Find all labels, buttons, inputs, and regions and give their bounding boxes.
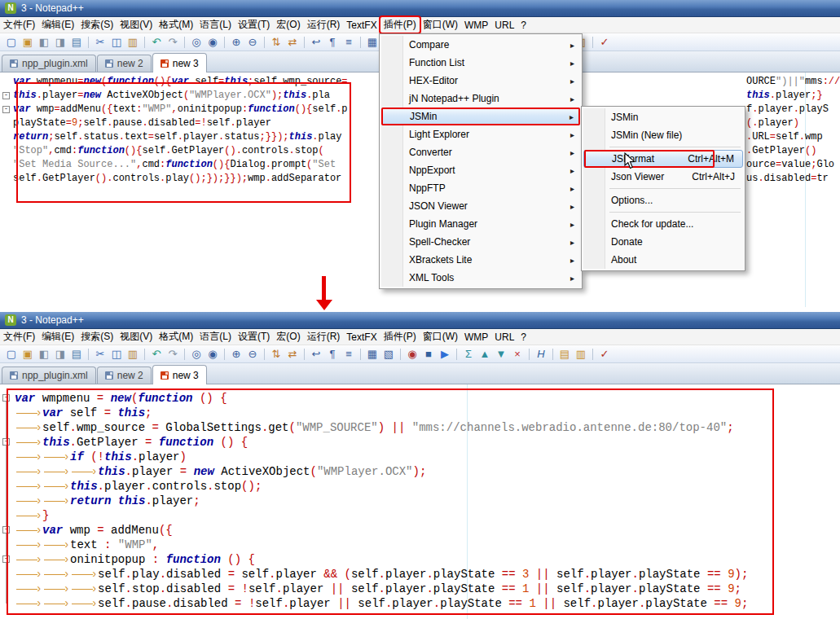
menu-macro[interactable]: 宏(O) <box>273 329 303 345</box>
editor-area[interactable]: ---- var wmpmenu = new(function () {›var… <box>0 384 840 619</box>
indent-guide-icon[interactable]: ≡ <box>341 347 356 362</box>
plugins-menu-item-nppftp[interactable]: NppFTP▸ <box>381 179 580 197</box>
sync-scroll-vertical-icon[interactable]: ⇅ <box>269 35 284 50</box>
paste-icon[interactable]: ▥ <box>125 35 140 50</box>
sync-scroll-horizontal-icon[interactable]: ⇄ <box>285 347 300 362</box>
export-rtf-icon[interactable]: ▥ <box>574 347 588 362</box>
menu-file[interactable]: 文件(F) <box>0 17 38 33</box>
plugins-menu-item-converter[interactable]: Converter▸ <box>381 143 580 161</box>
undo-icon[interactable]: ↶ <box>149 35 164 50</box>
menu-url[interactable]: URL <box>491 17 517 33</box>
jsmin-menu-item-donate[interactable]: Donate <box>583 233 743 251</box>
word-wrap-icon[interactable]: ↩ <box>309 347 323 362</box>
menu-format[interactable]: 格式(M) <box>156 329 196 345</box>
clear-icon[interactable]: × <box>510 347 525 362</box>
zoom-in-icon[interactable]: ⊕ <box>229 35 244 50</box>
menu-search[interactable]: 搜索(S) <box>77 17 117 33</box>
print-icon[interactable]: ▤ <box>69 35 84 50</box>
menu-run[interactable]: 运行(R) <box>304 329 344 345</box>
sync-scroll-horizontal-icon[interactable]: ⇄ <box>285 35 300 50</box>
save-icon[interactable]: ◧ <box>37 35 51 50</box>
spell-check-icon[interactable]: ✓ <box>597 347 612 362</box>
macro-play-icon[interactable]: ▶ <box>438 347 452 362</box>
user-dialog-icon[interactable]: ▦ <box>365 35 380 50</box>
tab-npp-plugin-xml[interactable]: npp_plugin.xml <box>2 367 96 384</box>
spell-check-icon[interactable]: ✓ <box>597 35 612 50</box>
menu-wmp[interactable]: WMP <box>461 17 491 33</box>
show-all-characters-icon[interactable]: ¶ <box>325 35 340 50</box>
plugins-menu-item-xbrackets-lite[interactable]: XBrackets Lite▸ <box>381 251 580 269</box>
fold-collapse-icon[interactable]: - <box>2 106 10 113</box>
menu-window[interactable]: 窗口(W) <box>420 329 461 345</box>
jsmin-menu-item-options[interactable]: Options... <box>583 191 743 209</box>
new-file-icon[interactable]: ▢ <box>4 347 19 362</box>
cut-icon[interactable]: ✂ <box>93 347 108 362</box>
paste-icon[interactable]: ▥ <box>125 347 140 362</box>
undo-icon[interactable]: ↶ <box>149 347 164 362</box>
zoom-in-icon[interactable]: ⊕ <box>229 347 244 362</box>
new-file-icon[interactable]: ▢ <box>4 35 19 50</box>
jsmin-menu-item-json-viewer[interactable]: Json ViewerCtrl+Alt+J <box>583 168 743 186</box>
menu-search[interactable]: 搜索(S) <box>77 329 117 345</box>
sort-descending-icon[interactable]: ▼ <box>494 347 508 362</box>
show-all-characters-icon[interactable]: ¶ <box>325 347 340 362</box>
menu-plugins[interactable]: 插件(P) <box>380 329 420 345</box>
plugins-menu-item-function-list[interactable]: Function List▸ <box>381 54 580 72</box>
fold-collapse-icon[interactable]: - <box>2 438 10 446</box>
fold-collapse-icon[interactable]: - <box>2 394 10 402</box>
jsmin-menu-item-jsmin-new-file[interactable]: JSMin (New file) <box>583 126 743 144</box>
menu-language[interactable]: 语言(L) <box>196 17 235 33</box>
zoom-out-icon[interactable]: ⊖ <box>245 35 260 50</box>
menu-window[interactable]: 窗口(W) <box>420 17 461 33</box>
menu-edit[interactable]: 编辑(E) <box>38 329 77 345</box>
tab-npp-plugin-xml[interactable]: npp_plugin.xml <box>2 55 96 72</box>
jsmin-menu-item-jsmin[interactable]: JSMin <box>583 108 743 126</box>
fold-collapse-icon[interactable]: - <box>2 555 10 563</box>
redo-icon[interactable]: ↷ <box>165 35 180 50</box>
menu-textfx[interactable]: TextFX <box>343 17 380 33</box>
menu-settings[interactable]: 设置(T) <box>235 329 273 345</box>
menu-edit[interactable]: 编辑(E) <box>38 17 77 33</box>
copy-icon[interactable]: ◫ <box>109 347 124 362</box>
menu-file[interactable]: 文件(F) <box>0 329 38 345</box>
code-area[interactable]: var wmpmenu = new(function () {›var self… <box>15 391 840 611</box>
tab-new-3[interactable]: new 3 <box>152 365 207 384</box>
menu-url[interactable]: URL <box>491 329 517 345</box>
tab-new-2[interactable]: new 2 <box>97 55 152 72</box>
export-html-icon[interactable]: ▤ <box>557 347 572 362</box>
menu-settings[interactable]: 设置(T) <box>235 17 273 33</box>
replace-icon[interactable]: ◉ <box>205 35 220 50</box>
textfx-sum-icon[interactable]: Σ <box>461 347 476 362</box>
plugins-menu-item-light-explorer[interactable]: Light Explorer▸ <box>381 125 580 143</box>
menu-view[interactable]: 视图(V) <box>117 17 156 33</box>
jsmin-menu-item-about[interactable]: About <box>583 251 743 269</box>
menu-format[interactable]: 格式(M) <box>156 17 196 33</box>
sync-scroll-vertical-icon[interactable]: ⇅ <box>269 347 284 362</box>
plugins-menu-item-nppexport[interactable]: NppExport▸ <box>381 161 580 179</box>
title-bar[interactable]: N 3 - Notepad++ <box>0 312 840 329</box>
open-folder-icon[interactable]: ▣ <box>20 35 35 50</box>
jsmin-menu-item-check-for-update[interactable]: Check for update... <box>583 215 743 233</box>
menu-help[interactable]: ? <box>517 329 530 345</box>
sort-ascending-icon[interactable]: ▲ <box>477 347 492 362</box>
menu-macro[interactable]: 宏(O) <box>273 17 303 33</box>
save-icon[interactable]: ◧ <box>37 347 51 362</box>
user-dialog-icon[interactable]: ▦ <box>365 347 380 362</box>
fold-margin[interactable]: ---- <box>0 384 13 619</box>
plugins-menu-item-json-viewer[interactable]: JSON Viewer▸ <box>381 197 580 215</box>
redo-icon[interactable]: ↷ <box>165 347 180 362</box>
plugins-menu-item-xml-tools[interactable]: XML Tools▸ <box>381 269 580 287</box>
plugins-menu-item-compare[interactable]: Compare▸ <box>381 36 580 54</box>
zoom-out-icon[interactable]: ⊖ <box>245 347 260 362</box>
fold-collapse-icon[interactable]: - <box>2 92 10 99</box>
find-icon[interactable]: ◎ <box>189 347 204 362</box>
replace-icon[interactable]: ◉ <box>205 347 220 362</box>
fold-collapse-icon[interactable]: - <box>2 526 10 533</box>
plugins-menu-item-spell-checker[interactable]: Spell-Checker▸ <box>381 233 580 251</box>
doc-map-icon[interactable]: ▧ <box>381 347 396 362</box>
plugins-menu-item-hex-editor[interactable]: HEX-Editor▸ <box>381 72 580 90</box>
menu-run[interactable]: 运行(R) <box>304 17 344 33</box>
title-bar[interactable]: N 3 - Notepad++ <box>0 0 840 17</box>
indent-guide-icon[interactable]: ≡ <box>341 35 356 50</box>
menu-wmp[interactable]: WMP <box>461 329 491 345</box>
